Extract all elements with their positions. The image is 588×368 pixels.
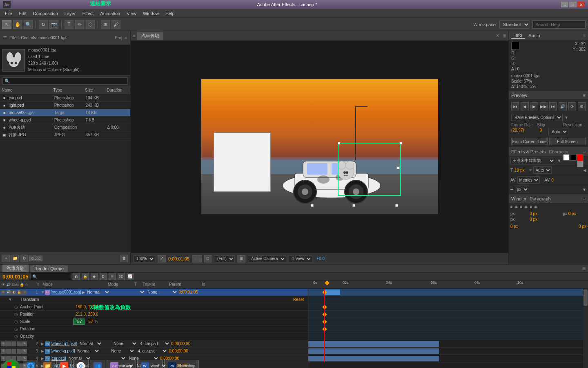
track-row-3[interactable] [308,348,588,355]
resolution-select[interactable]: Auto [548,128,568,135]
layer-3-lock[interactable] [17,349,22,354]
layer-3-edit[interactable]: ✎ [22,349,27,354]
tl-draft-btn[interactable]: D [100,273,107,280]
layer-2-solo[interactable] [11,341,16,346]
font-family-select[interactable]: 王漢宋中隸書繁 [510,157,555,164]
quality-select[interactable]: (Full) [214,255,235,263]
tl-3d-btn[interactable]: 3D [118,273,125,280]
tracking-method-select[interactable]: Metrics [517,176,540,184]
search-help-input[interactable] [532,20,586,29]
layer-row-1[interactable]: 👁 🔊 ◐ 🔒 ☆ 1 ▼ Ae [mouse0001.tga] ▶ Norma… [0,289,308,296]
scale-value-2[interactable]: -57 [87,319,93,324]
new-item-button[interactable]: + [2,255,10,262]
layer-4-eye[interactable]: 👁 [1,356,6,361]
handle-tr[interactable] [399,142,402,145]
tl-tab-render[interactable]: Render Queue [30,265,68,272]
p-0px-2[interactable]: 0 px [579,224,586,229]
timeline-search-input[interactable] [30,273,71,280]
position-value[interactable]: 211.0, 259.0 [76,312,98,316]
preview-prev-frame[interactable]: ◀ [521,102,528,110]
anchor-stopwatch[interactable]: ◷ [14,305,20,309]
layer-2-mode-select[interactable]: Normal [78,341,102,346]
tool-hand[interactable]: ✋ [13,20,22,29]
menu-help[interactable]: Help [162,10,178,17]
justify-right[interactable]: ≡ [530,204,532,209]
project-search-input[interactable] [2,77,128,85]
track-row-1[interactable] [308,289,588,296]
taskbar-chrome[interactable] [73,360,89,368]
taskbar-word[interactable]: W Word [137,360,163,368]
tool-rotate[interactable]: ↻ [39,20,48,29]
bottom-handle-left[interactable] [311,204,314,207]
preview-loop[interactable]: ⟳ [568,102,576,110]
track-scrollbar[interactable] [583,289,588,368]
preview-menu[interactable]: ≡ [583,93,586,98]
tool-camera[interactable]: 📷 [49,20,58,29]
comp-view[interactable] [131,41,508,253]
layer-1-parent-select[interactable]: None [146,289,178,295]
taskbar-people[interactable]: 👥 [90,360,105,368]
frame-rate-value[interactable]: (29.97) [511,128,524,135]
layer-1-name[interactable]: [mouse0001.tga] [51,290,81,294]
layer-2-lock[interactable] [17,341,22,346]
keyframe-position[interactable] [322,312,327,316]
preview-options[interactable]: ⚙ [578,102,586,110]
layer-4-lock[interactable] [17,356,22,361]
keyframe-anchor[interactable] [322,305,327,309]
folder-button[interactable]: 📁 [11,255,19,262]
space-before-val[interactable]: 0 px [530,217,548,222]
tl-tab-comp[interactable]: 汽車奔馳 [2,265,29,272]
ram-preview-select[interactable]: RAM Preview Options [511,114,563,121]
layer-3-trkmat-select[interactable]: None [109,348,135,354]
tl-solo-btn[interactable]: ◐ [73,273,80,280]
keyframe-scale[interactable] [322,319,327,324]
current-time-display[interactable]: 0;00;01;05 [168,256,189,261]
align-left[interactable]: ≡ [510,204,513,209]
layer-2-eye[interactable]: 👁 [1,341,6,346]
opacity-stopwatch[interactable]: ◷ [14,334,20,339]
preview-first-frame[interactable]: ⏮ [511,102,519,110]
comp-close-icon[interactable]: ✕ [496,33,499,38]
position-stopwatch[interactable]: ◷ [14,312,20,316]
skip-value[interactable]: 0 [540,128,542,135]
info-panel-menu[interactable]: ≡ [583,33,586,38]
fill-color-swatch[interactable] [563,154,570,161]
indent-left-val[interactable]: 0 px [530,211,548,216]
layer-row-2[interactable]: 👁 ✎ 2 ▶ Ps [wheel-g1.psd] Normal [0,340,308,348]
layer-3-parent-select[interactable]: 4. car.psd [136,348,168,354]
tool-clone[interactable]: ⊕ [101,20,110,29]
bottom-handle-center[interactable] [352,204,355,207]
file-row-1[interactable]: ■ light.psd Photoshop 243 KB [0,102,130,109]
preview-dropdown-icon[interactable]: ▼ [564,115,568,120]
minimize-button[interactable]: – [561,2,568,7]
menu-view[interactable]: View [123,10,140,17]
tool-brush[interactable]: 🖌 [111,20,120,29]
handle-tc[interactable] [396,166,399,169]
close-button[interactable]: ✕ [577,2,585,7]
layer-3-name[interactable]: [wheel-g.psd] [51,349,75,353]
handle-tl[interactable] [338,142,341,145]
menu-window[interactable]: Window [140,10,162,17]
full-screen-btn[interactable]: Full Screen [549,138,586,145]
layer-1-mode-select[interactable]: Normal [86,289,110,295]
layer-1-star[interactable]: ☆ [22,290,27,295]
menu-edit[interactable]: Edit [16,10,30,17]
layer-1-audio[interactable]: 🔊 [6,290,11,295]
comp-tab[interactable]: 汽車奔馳 [137,32,163,40]
layer-1-eye[interactable]: 👁 [1,290,6,295]
file-row-4[interactable]: ◈ 汽車奔馳 Composition Δ 0;00 [0,124,130,131]
tool-zoom[interactable]: 🔍 [24,20,33,29]
character-tab[interactable]: Character [549,149,568,154]
tool-shape[interactable]: ⬡ [86,20,95,29]
menu-file[interactable]: File [2,10,16,17]
align-right[interactable]: ≡ [520,204,523,209]
layer-2-edit[interactable]: ✎ [22,341,27,346]
fit-btn[interactable]: ⤢ [158,255,166,263]
file-row-0[interactable]: ■ car.psd Photoshop 104 KB [0,94,130,102]
tl-add-marker[interactable]: ◆ [91,273,98,280]
view-select[interactable]: Active Camera [248,255,286,263]
track-scrollbar-thumb[interactable] [584,289,588,306]
scale-value-display[interactable]: -57 [73,319,85,325]
px-select[interactable]: px [515,186,529,193]
taskbar-files[interactable]: 📁 [40,360,55,368]
